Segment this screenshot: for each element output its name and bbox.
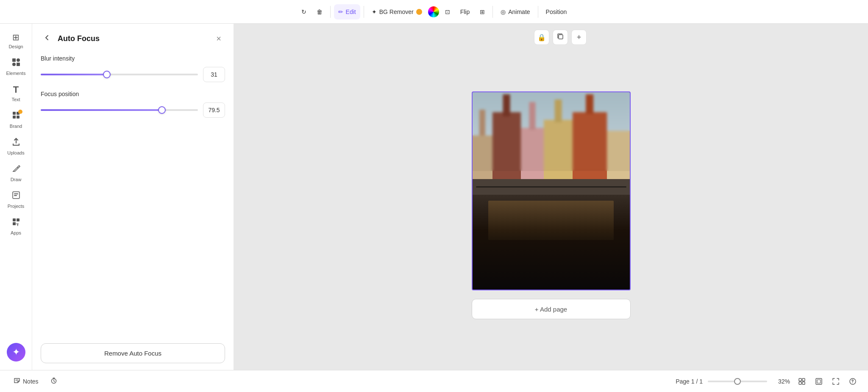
add-page-button[interactable]: + Add page	[472, 299, 631, 319]
svg-rect-19	[802, 378, 805, 381]
timer-button[interactable]: Timer	[45, 375, 62, 388]
flip-label: Flip	[460, 8, 470, 15]
blur-intensity-label: Blur intensity	[41, 55, 225, 62]
position-button[interactable]: Position	[542, 4, 571, 19]
duplicate-button[interactable]	[553, 30, 568, 45]
sidebar-item-brand[interactable]: Brand	[2, 107, 31, 132]
blur-intensity-slider[interactable]	[41, 70, 198, 79]
edit-icon: ✏	[338, 8, 343, 15]
blur-value-display: 31	[203, 67, 225, 82]
svg-rect-13	[13, 222, 16, 225]
focus-slider-thumb[interactable]	[158, 106, 166, 114]
lock-icon: 🔒	[537, 33, 546, 41]
zoom-thumb[interactable]	[734, 378, 741, 385]
design-icon: ⊞	[12, 32, 19, 42]
svg-rect-15	[16, 224, 19, 224]
magic-button[interactable]: ✦	[7, 343, 25, 362]
svg-rect-11	[13, 218, 16, 221]
zoom-slider[interactable]	[708, 381, 767, 382]
focus-slider-fill	[41, 109, 162, 111]
brand-icon	[11, 110, 21, 122]
sidebar-item-uploads[interactable]: Uploads	[2, 134, 31, 159]
bottom-left-actions: Notes Timer	[8, 375, 62, 388]
focus-slider-track	[41, 109, 198, 111]
sidebar-item-draw[interactable]: Draw	[2, 160, 31, 185]
lock-button[interactable]: 🔒	[534, 30, 549, 45]
canvas-area: 🔒 +	[234, 24, 868, 370]
blur-value-text: 31	[211, 71, 217, 78]
toolbar: ↻ 🗑 ✏ Edit ✦ BG Remover ⊡ Flip ⊞ ◎ Anima…	[0, 0, 868, 24]
svg-rect-0	[12, 58, 16, 62]
flip-button[interactable]: Flip	[456, 4, 474, 19]
add-page-label: + Add page	[535, 306, 567, 313]
blur-intensity-section: Blur intensity 31	[41, 55, 225, 82]
help-button[interactable]	[846, 375, 860, 388]
focus-position-slider[interactable]	[41, 106, 198, 114]
svg-rect-4	[13, 112, 16, 115]
blur-slider-fill	[41, 74, 107, 75]
svg-rect-9	[14, 193, 18, 194]
sidebar-item-label-apps: Apps	[11, 230, 21, 235]
sidebar-item-elements[interactable]: Elements	[2, 54, 31, 79]
sidebar-item-label-text: Text	[11, 97, 20, 102]
trash-icon: 🗑	[317, 8, 323, 15]
draw-icon	[11, 164, 21, 175]
auto-focus-panel: Auto Focus × Blur intensity 31	[32, 24, 234, 370]
close-button[interactable]: ×	[212, 32, 225, 45]
notes-icon	[14, 377, 20, 385]
sidebar-item-label-elements: Elements	[6, 71, 26, 76]
refresh-button[interactable]: ↻	[297, 4, 311, 19]
add-button[interactable]: +	[571, 30, 587, 45]
fullscreen-button[interactable]	[829, 375, 843, 388]
projects-icon	[11, 190, 21, 202]
transparency-button[interactable]: ⊞	[476, 4, 489, 19]
remove-auto-focus-button[interactable]: Remove Auto Focus	[41, 343, 225, 363]
bg-remover-button[interactable]: ✦ BG Remover	[367, 4, 426, 19]
crop-button[interactable]: ⊡	[441, 4, 454, 19]
svg-rect-20	[799, 382, 801, 384]
svg-rect-22	[816, 378, 822, 384]
sidebar-item-label-brand: Brand	[10, 124, 22, 129]
text-icon: T	[13, 84, 19, 95]
svg-rect-2	[12, 63, 16, 66]
panel-header: Auto Focus ×	[41, 32, 225, 45]
toolbar-center: ↻ 🗑 ✏ Edit ✦ BG Remover ⊡ Flip ⊞ ◎ Anima…	[297, 4, 571, 19]
sidebar-item-label-projects: Projects	[8, 204, 25, 209]
svg-rect-21	[802, 382, 805, 384]
svg-rect-23	[817, 380, 821, 383]
refresh-icon: ↻	[301, 8, 306, 15]
focus-position-label: Focus position	[41, 91, 225, 97]
sidebar-item-text[interactable]: T Text	[2, 81, 31, 105]
back-button[interactable]	[41, 32, 53, 45]
image-container[interactable]	[472, 91, 631, 290]
bottom-icons	[795, 375, 860, 388]
sidebar-item-apps[interactable]: Apps	[2, 214, 31, 239]
svg-rect-12	[17, 218, 19, 221]
bg-remover-icon: ✦	[372, 8, 377, 15]
notes-button[interactable]: Notes	[8, 375, 44, 388]
delete-button[interactable]: 🗑	[312, 4, 327, 19]
sidebar-item-design[interactable]: ⊞ Design	[2, 29, 31, 52]
svg-rect-7	[17, 116, 19, 119]
animate-button[interactable]: ◎ Animate	[496, 4, 534, 19]
blur-slider-thumb[interactable]	[103, 71, 111, 78]
duplicate-icon	[557, 33, 564, 41]
edit-button[interactable]: ✏ Edit	[334, 4, 360, 19]
left-sidebar: ⊞ Design Elements T Text	[0, 24, 32, 370]
bottom-right-actions: Page 1 / 1 32%	[676, 375, 860, 388]
notes-label: Notes	[23, 378, 39, 385]
bottom-bar: Notes Timer Page 1 / 1 32%	[0, 370, 868, 392]
blur-overlay	[473, 92, 630, 171]
sidebar-item-projects[interactable]: Projects	[2, 187, 31, 212]
sidebar-item-label-design: Design	[8, 44, 23, 49]
crop-icon: ⊡	[445, 8, 450, 15]
svg-rect-3	[17, 63, 20, 66]
remove-auto-focus-label: Remove Auto Focus	[104, 350, 161, 357]
transparency-icon: ⊞	[480, 8, 485, 15]
layout-view-button[interactable]	[812, 375, 826, 388]
uploads-icon	[11, 137, 21, 149]
page-info: Page 1 / 1	[676, 378, 703, 385]
water-area	[473, 191, 630, 290]
color-picker-button[interactable]	[428, 6, 439, 17]
grid-view-button[interactable]	[795, 375, 809, 388]
